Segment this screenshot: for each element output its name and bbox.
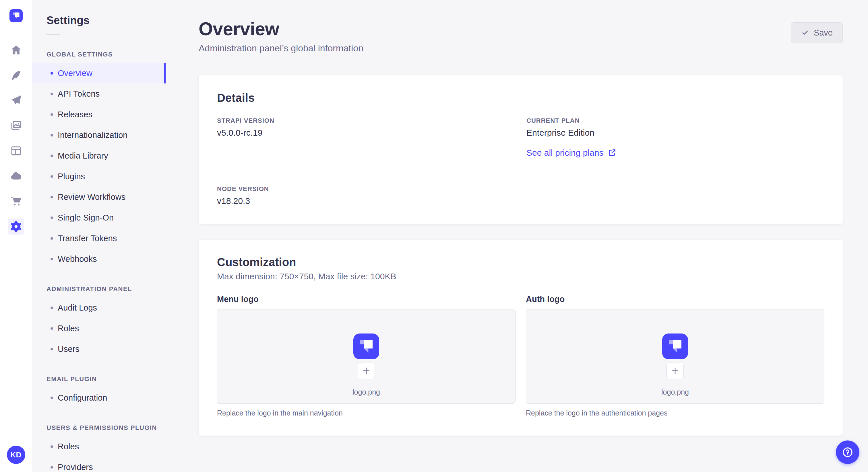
field-label: Node version [217,185,515,193]
customization-card-title: Customization [217,256,825,269]
external-link-icon [608,148,616,157]
field-label: Current plan [526,117,825,125]
logo-filename: logo.png [352,388,380,396]
sidebar-item-webhooks[interactable]: Webhooks [32,248,166,269]
save-button-label: Save [814,28,833,38]
bullet-icon [51,216,53,219]
details-card-title: Details [217,92,825,104]
bullet-icon [51,93,53,95]
paper-plane-icon[interactable] [8,92,24,108]
auth-logo-hint: Replace the logo in the authentication p… [526,409,825,417]
sidebar-section-administration-panel: Administration panel [46,285,166,293]
sidebar-item-media-library[interactable]: Media Library [32,145,166,166]
media-library-icon[interactable] [8,117,24,134]
add-logo-button[interactable] [666,362,684,379]
bullet-icon [51,237,53,240]
plus-icon [361,366,371,376]
layout-icon[interactable] [8,143,24,159]
bullet-icon [51,397,53,399]
bullet-icon [51,466,53,469]
rail-bottom: KD [0,438,32,472]
bullet-icon [51,258,53,260]
sidebar-item-admin-users[interactable]: Users [32,339,166,359]
sidebar-item-transfer-tokens[interactable]: Transfer Tokens [32,228,166,248]
page-subtitle: Administration panel’s global informatio… [198,43,363,54]
sidebar-item-internationalization[interactable]: Internationalization [32,125,166,145]
bullet-icon [51,175,53,178]
sidebar-item-overview[interactable]: Overview [32,63,166,83]
sidebar-item-audit-logs[interactable]: Audit Logs [32,297,166,318]
strapi-logo [662,334,688,359]
bullet-icon [51,113,53,116]
save-button[interactable]: Save [791,22,843,43]
details-card: Details Strapi version v5.0.0-rc.19 Curr… [198,75,843,224]
menu-logo-hint: Replace the logo in the main navigation [217,409,516,417]
strapi-logo[interactable] [9,9,23,22]
sidebar-item-single-sign-on[interactable]: Single Sign-On [32,207,166,228]
home-icon[interactable] [8,42,24,58]
bullet-icon [51,348,53,350]
bullet-icon [51,196,53,198]
settings-gear-icon[interactable] [8,218,24,235]
cloud-icon[interactable] [8,168,24,184]
customization-constraints: Max dimension: 750×750, Max file size: 1… [217,272,825,281]
sidebar-item-up-providers[interactable]: Providers [32,457,166,472]
auth-logo-field: Auth logo logo.png Replace the logo in t… [526,295,825,417]
pricing-link-label: See all pricing plans [526,148,603,158]
field-value: v5.0.0-rc.19 [217,128,515,138]
field-strapi-version: Strapi version v5.0.0-rc.19 [217,117,515,158]
sidebar-section-email-plugin: Email plugin [46,375,166,383]
user-avatar[interactable]: KD [7,446,25,464]
cart-icon[interactable] [8,193,24,209]
sidebar-item-up-roles[interactable]: Roles [32,436,166,457]
main-nav-rail: KD [0,0,32,472]
sidebar-section-users-permissions-plugin: Users & Permissions plugin [46,424,166,432]
field-label: Strapi version [217,117,515,125]
feather-icon[interactable] [8,67,24,83]
bullet-icon [51,445,53,448]
plus-icon [670,366,680,376]
strapi-logo [353,334,379,359]
bullet-icon [51,327,53,330]
bullet-icon [51,134,53,136]
field-value: Enterprise Edition [526,128,825,138]
page-header: Overview Administration panel’s global i… [198,19,843,54]
auth-logo-label: Auth logo [526,295,825,304]
help-question-icon [841,446,854,459]
field-value: v18.20.3 [217,196,515,206]
sidebar-item-api-tokens[interactable]: API Tokens [32,83,166,104]
sidebar-section-global-settings: Global Settings [46,51,166,58]
sidebar-item-email-configuration[interactable]: Configuration [32,387,166,408]
customization-card: Customization Max dimension: 750×750, Ma… [198,240,843,436]
help-button[interactable] [836,440,859,464]
bullet-icon [51,72,53,74]
sidebar-title: Settings [46,14,166,27]
sidebar-item-admin-roles[interactable]: Roles [32,318,166,339]
menu-logo-label: Menu logo [217,295,516,304]
logo-filename: logo.png [661,388,689,396]
auth-logo-dropzone[interactable]: logo.png [526,309,825,404]
field-current-plan: Current plan Enterprise Edition See all … [526,117,825,158]
field-node-version: Node version v18.20.3 [217,185,515,206]
sidebar-item-review-workflows[interactable]: Review Workflows [32,187,166,207]
page-title: Overview [198,19,363,40]
add-logo-button[interactable] [358,362,375,379]
pricing-plans-link[interactable]: See all pricing plans [526,148,616,158]
main-content: Overview Administration panel’s global i… [166,0,868,472]
bullet-icon [51,155,53,157]
menu-logo-dropzone[interactable]: logo.png [217,309,516,404]
bullet-icon [51,307,53,309]
check-icon [801,29,809,37]
sidebar-title-divider [46,34,60,35]
settings-sidebar: Settings Global Settings Overview API To… [32,0,166,472]
sidebar-item-plugins[interactable]: Plugins [32,166,166,187]
menu-logo-field: Menu logo logo.png Replace the logo in t… [217,295,516,417]
sidebar-item-releases[interactable]: Releases [32,104,166,125]
